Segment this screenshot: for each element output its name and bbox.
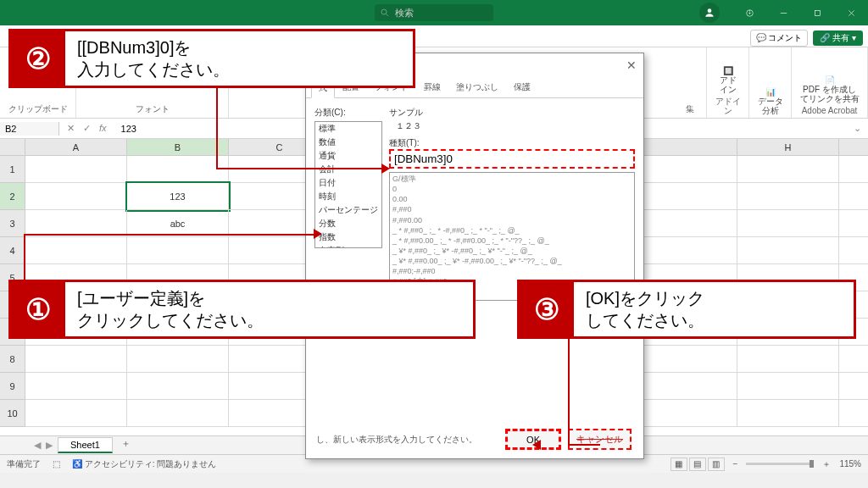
cell[interactable]: [25, 400, 127, 427]
ribbon-pdf-button[interactable]: 📄 PDF を作成し てリンクを共有 Adobe Acrobat: [792, 47, 868, 118]
cell[interactable]: [25, 156, 127, 183]
format-item[interactable]: _ * #,##0_ ;_ * -#,##0_ ;_ * "-"_ ;_ @_: [392, 225, 632, 236]
format-item[interactable]: 0.00: [392, 194, 632, 204]
search-box[interactable]: 検索: [375, 4, 493, 21]
cell[interactable]: [737, 210, 839, 237]
zoom-slider[interactable]: [746, 463, 814, 465]
cell[interactable]: [636, 210, 737, 237]
cell[interactable]: [839, 156, 868, 183]
row-header[interactable]: 3: [0, 210, 25, 237]
zoom-level[interactable]: 115%: [839, 459, 861, 469]
enter-formula-icon[interactable]: ✓: [81, 123, 93, 134]
share-button[interactable]: 🔗 共有 ▾: [813, 30, 863, 46]
cell[interactable]: [839, 237, 868, 264]
status-accessibility[interactable]: ♿ アクセシビリティ: 問題ありません: [72, 458, 216, 470]
category-item[interactable]: パーセンテージ: [315, 203, 381, 217]
cell[interactable]: [636, 237, 737, 264]
cell[interactable]: [737, 156, 839, 183]
name-box[interactable]: B2: [0, 122, 59, 136]
cell[interactable]: [839, 400, 868, 427]
ribbon-addin-button[interactable]: 🔲 アド イン アドイン: [707, 47, 749, 118]
row-header[interactable]: 8: [0, 346, 25, 373]
column-header[interactable]: I: [839, 139, 868, 155]
category-item[interactable]: 標準: [315, 122, 381, 136]
category-list[interactable]: 標準数値通貨会計日付時刻パーセンテージ分数指数文字列その他ユーザー定義: [314, 121, 382, 248]
dialog-tab[interactable]: 罫線: [416, 77, 448, 97]
format-item[interactable]: _ ¥* #,##0.00_ ;_ ¥* -#,##0.00_ ;_ ¥* "-…: [392, 256, 632, 266]
column-header[interactable]: H: [737, 139, 839, 155]
row-header[interactable]: 9: [0, 373, 25, 400]
cell[interactable]: [737, 373, 839, 400]
format-item[interactable]: #,##0: [392, 204, 632, 214]
help-icon[interactable]: [732, 0, 766, 25]
formula-expand-icon[interactable]: ⌄: [847, 123, 868, 134]
account-icon[interactable]: [699, 3, 720, 23]
cell[interactable]: [127, 400, 229, 427]
row-header[interactable]: 1: [0, 156, 25, 183]
zoom-out-icon[interactable]: −: [733, 459, 738, 469]
cell[interactable]: [127, 346, 229, 373]
cell[interactable]: [839, 210, 868, 237]
cell[interactable]: [25, 346, 127, 373]
sheet-nav-prev-icon[interactable]: ◀: [34, 440, 41, 451]
format-item[interactable]: 0: [392, 184, 632, 194]
format-item[interactable]: _ * #,##0.00_ ;_ * -#,##0.00_ ;_ * "-"??…: [392, 236, 632, 246]
cell[interactable]: [737, 400, 839, 427]
cell[interactable]: [636, 346, 737, 373]
column-header[interactable]: [636, 139, 737, 155]
cell[interactable]: [839, 346, 868, 373]
dialog-tab[interactable]: 保護: [506, 77, 538, 97]
category-item[interactable]: 日付: [315, 176, 381, 190]
category-item[interactable]: 指数: [315, 230, 381, 244]
add-sheet-button[interactable]: ＋: [118, 437, 135, 454]
maximize-icon[interactable]: [800, 0, 834, 25]
type-input[interactable]: [389, 149, 635, 169]
close-icon[interactable]: [834, 0, 868, 25]
view-page-layout-icon[interactable]: ▤: [689, 458, 706, 471]
row-header[interactable]: 4: [0, 237, 25, 264]
row-header[interactable]: 2: [0, 183, 25, 210]
cell[interactable]: [636, 156, 737, 183]
minimize-icon[interactable]: [766, 0, 800, 25]
cell[interactable]: [839, 373, 868, 400]
ribbon-data-analysis-button[interactable]: 📊 データ 分析: [749, 47, 792, 118]
category-item[interactable]: 文字列: [315, 244, 381, 248]
view-normal-icon[interactable]: ▦: [670, 458, 687, 471]
format-item[interactable]: _ ¥* #,##0_ ;_ ¥* -#,##0_ ;_ ¥* "-"_ ;_ …: [392, 246, 632, 256]
cancel-formula-icon[interactable]: ✕: [64, 123, 77, 134]
cell[interactable]: [737, 237, 839, 264]
status-rec-icon[interactable]: ⬚: [53, 459, 60, 469]
format-item[interactable]: #,##0;-#,##0: [392, 266, 632, 276]
sheet-nav-next-icon[interactable]: ▶: [46, 440, 53, 451]
cell[interactable]: 123: [127, 183, 229, 210]
format-item[interactable]: G/標準: [392, 174, 632, 184]
category-item[interactable]: 通貨: [315, 149, 381, 163]
cell[interactable]: [636, 183, 737, 210]
zoom-in-icon[interactable]: ＋: [822, 458, 831, 470]
sheet-tab[interactable]: Sheet1: [58, 437, 113, 453]
row-header[interactable]: 10: [0, 400, 25, 427]
cell[interactable]: [737, 183, 839, 210]
fx-icon[interactable]: fx: [97, 123, 109, 134]
category-item[interactable]: 数値: [315, 136, 381, 149]
view-page-break-icon[interactable]: ▥: [708, 458, 725, 471]
column-header[interactable]: A: [25, 139, 127, 155]
cell[interactable]: [25, 237, 127, 264]
cell[interactable]: [737, 346, 839, 373]
format-item[interactable]: #,##0.00: [392, 215, 632, 225]
cell[interactable]: [839, 183, 868, 210]
category-item[interactable]: 分数: [315, 217, 381, 230]
cell[interactable]: [127, 373, 229, 400]
dialog-tab[interactable]: 塗りつぶし: [448, 77, 506, 97]
comment-button[interactable]: 💬 コメント: [750, 30, 809, 47]
cell[interactable]: [25, 373, 127, 400]
column-header[interactable]: B: [127, 139, 229, 155]
cell[interactable]: [127, 237, 229, 264]
category-item[interactable]: 会計: [315, 163, 381, 176]
category-item[interactable]: 時刻: [315, 190, 381, 203]
cell[interactable]: [127, 156, 229, 183]
cell[interactable]: [25, 183, 127, 210]
cell[interactable]: [636, 373, 737, 400]
cancel-button[interactable]: キャンセル: [568, 429, 632, 450]
dialog-close-icon[interactable]: ✕: [626, 58, 637, 72]
